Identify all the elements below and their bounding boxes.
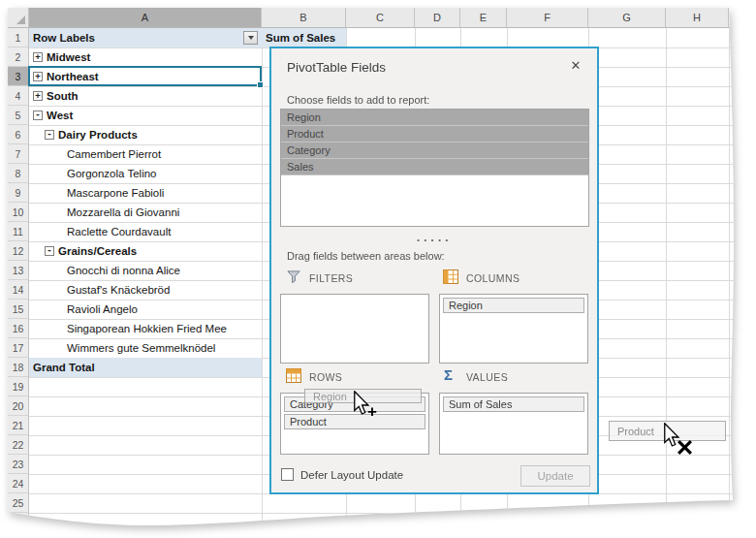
- row-item-4[interactable]: +South: [33, 86, 79, 106]
- row-item-10[interactable]: Mozzarella di Giovanni: [67, 203, 179, 222]
- row-item-5[interactable]: -West: [33, 106, 73, 125]
- row-header-10[interactable]: 10: [8, 203, 29, 222]
- expand-icon[interactable]: +: [33, 91, 43, 101]
- row-header-23[interactable]: 23: [8, 455, 29, 474]
- defer-layout-update: Defer Layout Update: [281, 468, 403, 481]
- column-header-E[interactable]: E: [460, 8, 507, 28]
- filters-drop-area[interactable]: [280, 294, 429, 364]
- row-header-7[interactable]: 7: [8, 144, 29, 164]
- row-header-17[interactable]: 17: [8, 338, 29, 358]
- row-item-12[interactable]: -Grains/Cereals: [45, 241, 137, 261]
- collapse-icon[interactable]: -: [33, 111, 43, 120]
- row-header-16[interactable]: 16: [8, 319, 29, 338]
- field-item-product[interactable]: Product: [281, 126, 588, 142]
- select-all-corner[interactable]: [8, 8, 29, 28]
- row-item-7[interactable]: Camembert Pierrot: [67, 144, 161, 164]
- column-header-F[interactable]: F: [507, 8, 588, 28]
- cell-A1[interactable]: Row Labels: [33, 28, 95, 47]
- row-header-2[interactable]: 2: [8, 47, 29, 67]
- row-item-6[interactable]: -Dairy Products: [45, 125, 138, 144]
- row-header-21[interactable]: 21: [8, 416, 29, 435]
- row-header-1[interactable]: 1: [8, 28, 29, 47]
- row-item-label: Mascarpone Fabioli: [67, 187, 164, 199]
- pane-title: PivotTable Fields: [287, 60, 386, 75]
- field-item-category[interactable]: Category: [281, 142, 588, 159]
- filter-dropdown-icon: [248, 36, 254, 40]
- row-header-8[interactable]: 8: [8, 164, 29, 183]
- row-header-25[interactable]: 25: [8, 493, 29, 513]
- row-item-8[interactable]: Gorgonzola Telino: [67, 164, 157, 183]
- row-item-17[interactable]: Wimmers gute Semmelknödel: [67, 338, 215, 358]
- row-header-4[interactable]: 4: [8, 86, 29, 106]
- row-header-24[interactable]: 24: [8, 474, 29, 493]
- row-item-label: Gorgonzola Telino: [67, 168, 157, 179]
- field-list: RegionProductCategorySales: [280, 109, 589, 227]
- values-sigma-icon: Σ: [444, 366, 459, 381]
- row-header-18[interactable]: 18: [8, 358, 29, 377]
- column-header-C[interactable]: C: [346, 8, 415, 28]
- row-header-22[interactable]: 22: [8, 435, 29, 455]
- row-header-15[interactable]: 15: [8, 300, 29, 319]
- cell-B1[interactable]: Sum of Sales: [266, 28, 335, 47]
- column-header-D[interactable]: D: [415, 8, 460, 28]
- remove-x-icon: [677, 439, 693, 456]
- columns-area-label: COLUMNS: [466, 272, 520, 284]
- rows-table-icon: [286, 368, 301, 383]
- values-item-sum-of-sales[interactable]: Sum of Sales: [443, 396, 584, 412]
- values-area-label: VALUES: [466, 371, 508, 383]
- defer-layout-checkbox[interactable]: [281, 468, 294, 481]
- expand-icon[interactable]: +: [33, 52, 43, 62]
- drag-plus-icon: +: [367, 402, 377, 422]
- drag-fields-label: Drag fields between areas below:: [287, 250, 445, 262]
- row-header-19[interactable]: 19: [8, 377, 29, 396]
- column-header-G[interactable]: G: [588, 8, 666, 28]
- row-header-13[interactable]: 13: [8, 261, 29, 280]
- row-header-11[interactable]: 11: [8, 222, 29, 241]
- row-item-11[interactable]: Raclette Courdavault: [67, 222, 171, 241]
- row-item-15[interactable]: Ravioli Angelo: [67, 300, 138, 319]
- worksheet-shadow: ABCDEFGH 1234567891011121314151617181920…: [8, 8, 737, 533]
- collapse-icon[interactable]: -: [45, 130, 54, 140]
- columns-item-region[interactable]: Region: [443, 298, 584, 313]
- row-header-6[interactable]: 6: [8, 125, 29, 144]
- columns-table-icon: [443, 269, 458, 284]
- stage: { "colors": { "dialog_border": "#2FA0CB"…: [0, 0, 756, 538]
- row-item-2[interactable]: +Midwest: [33, 47, 90, 67]
- gridline-h: [29, 513, 735, 514]
- row-item-label: South: [47, 90, 79, 102]
- filters-area-label: FILTERS: [309, 272, 353, 284]
- row-header-9[interactable]: 9: [8, 183, 29, 203]
- row-item-label: Gnocchi di nonna Alice: [67, 265, 180, 276]
- update-button[interactable]: Update: [520, 465, 590, 487]
- row-header-3[interactable]: 3: [8, 67, 29, 86]
- row-item-label: Singaporean Hokkien Fried Mee: [67, 323, 227, 334]
- row-header-5[interactable]: 5: [8, 106, 29, 125]
- pane-splitter[interactable]: ·····: [271, 233, 597, 247]
- column-header-H[interactable]: H: [666, 8, 729, 28]
- row-header-12[interactable]: 12: [8, 241, 29, 261]
- rows-item-product[interactable]: Product: [284, 414, 425, 429]
- field-item-region[interactable]: Region: [281, 110, 588, 126]
- column-header-A[interactable]: A: [29, 8, 262, 28]
- field-item-sales[interactable]: Sales: [281, 159, 588, 175]
- row-item-16[interactable]: Singaporean Hokkien Fried Mee: [67, 319, 227, 338]
- row-header-14[interactable]: 14: [8, 280, 29, 300]
- cell-A18[interactable]: Grand Total: [33, 358, 95, 377]
- row-item-14[interactable]: Gustaf's Knäckebröd: [67, 280, 170, 300]
- row-item-13[interactable]: Gnocchi di nonna Alice: [67, 261, 180, 280]
- filters-funnel-icon: [286, 269, 301, 284]
- select-all-triangle-icon: [16, 16, 25, 24]
- choose-fields-label: Choose fields to add to report:: [287, 94, 429, 106]
- collapse-icon[interactable]: -: [45, 246, 54, 256]
- active-cell-selection: [28, 66, 262, 86]
- fill-handle[interactable]: [257, 81, 264, 88]
- close-icon[interactable]: ✕: [566, 56, 585, 76]
- row-labels-filter-button[interactable]: [243, 31, 258, 45]
- column-header-B[interactable]: B: [262, 8, 346, 28]
- gridline-v: [735, 28, 736, 531]
- row-item-label: Grains/Cereals: [58, 245, 137, 257]
- row-header-20[interactable]: 20: [8, 396, 29, 416]
- values-drop-area[interactable]: Sum of Sales: [439, 393, 588, 455]
- columns-drop-area[interactable]: Region: [439, 294, 588, 364]
- row-item-9[interactable]: Mascarpone Fabioli: [67, 183, 164, 203]
